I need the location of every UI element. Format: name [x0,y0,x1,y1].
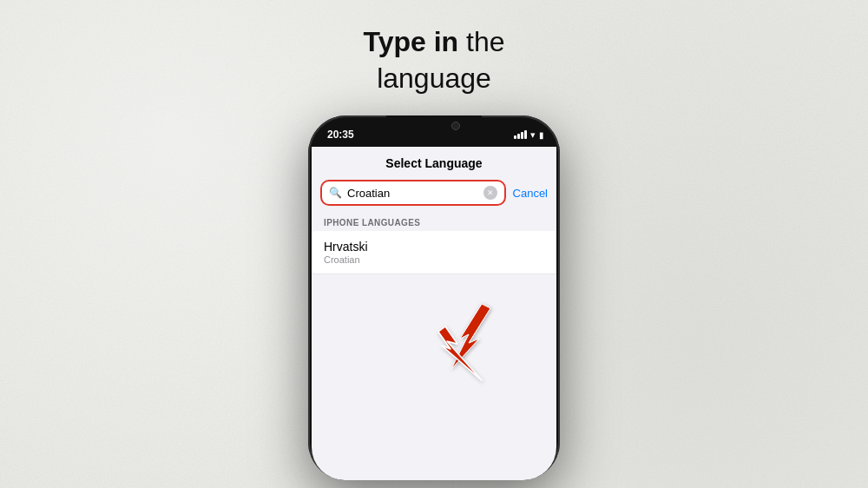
search-input[interactable]: Croatian [347,187,478,200]
language-list-item[interactable]: Hrvatski Croatian [312,231,556,274]
signal-bars-icon [514,130,527,139]
heading-bold: Type in [363,26,458,57]
section-header: IPHONE LANGUAGES [312,213,556,231]
modal-title: Select Language [385,156,482,170]
heading-line2: language [377,63,491,94]
phone-frame: 20:35 ▾ ▮ Select Langu [308,115,560,480]
battery-icon: ▮ [539,130,544,140]
list-item-title: Hrvatski [324,240,544,254]
heading-regular: the [458,26,504,57]
modal-title-bar: Select Language [312,147,556,176]
search-icon: 🔍 [329,187,342,199]
status-icons: ▾ ▮ [514,129,544,141]
wifi-icon: ▾ [530,129,536,141]
ios-content: Select Language 🔍 Croatian ✕ Cancel IPHO… [312,147,556,480]
search-container: 🔍 Croatian ✕ Cancel [312,176,556,213]
search-bar[interactable]: 🔍 Croatian ✕ [320,180,506,206]
phone-wrapper: 20:35 ▾ ▮ Select Langu [308,115,560,480]
phone-screen: Select Language 🔍 Croatian ✕ Cancel IPHO… [312,147,556,480]
phone-notch [386,115,482,138]
phone-camera [451,122,460,130]
status-time: 20:35 [327,129,354,141]
list-item-subtitle: Croatian [324,254,544,265]
page-wrapper: Type in the language 20:35 ▾ [0,0,868,488]
cancel-button[interactable]: Cancel [513,187,548,200]
heading: Type in the language [363,24,504,96]
search-clear-icon[interactable]: ✕ [483,186,497,200]
